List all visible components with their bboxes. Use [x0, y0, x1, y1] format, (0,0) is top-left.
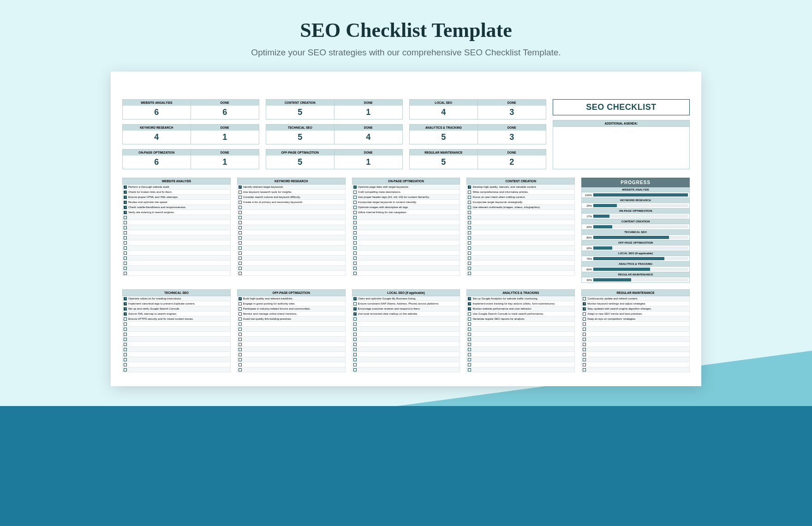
checkbox-icon[interactable]: [124, 262, 127, 265]
checkbox-icon[interactable]: [353, 196, 357, 199]
checkbox-icon[interactable]: [124, 236, 127, 239]
checkbox-icon[interactable]: [353, 221, 357, 224]
checkbox-icon[interactable]: [468, 317, 471, 321]
checkbox-icon[interactable]: [239, 196, 242, 199]
checkbox-icon[interactable]: [468, 323, 471, 326]
checkbox-icon[interactable]: [239, 312, 242, 316]
checkbox-icon[interactable]: [239, 368, 242, 371]
checkbox-icon[interactable]: [124, 211, 127, 214]
checkbox-icon[interactable]: [239, 317, 242, 321]
checkbox-icon[interactable]: [468, 328, 471, 331]
checkbox-icon[interactable]: [583, 307, 586, 311]
checkbox-icon[interactable]: [353, 368, 357, 371]
checkbox-icon[interactable]: [239, 297, 242, 300]
checkbox-icon[interactable]: [239, 338, 242, 341]
checkbox-icon[interactable]: [124, 307, 127, 311]
checkbox-icon[interactable]: [583, 368, 586, 371]
checkbox-icon[interactable]: [239, 267, 242, 270]
checkbox-icon[interactable]: [468, 343, 471, 346]
checkbox-icon[interactable]: [124, 343, 127, 346]
checkbox-icon[interactable]: [353, 363, 357, 366]
checkbox-icon[interactable]: [124, 297, 127, 300]
checkbox-icon[interactable]: [239, 323, 242, 326]
checkbox-icon[interactable]: [239, 302, 242, 305]
checkbox-icon[interactable]: [239, 272, 242, 275]
checkbox-icon[interactable]: [353, 191, 357, 194]
checkbox-icon[interactable]: [468, 262, 471, 265]
checkbox-icon[interactable]: [124, 302, 127, 305]
checkbox-icon[interactable]: [124, 272, 127, 275]
checkbox-icon[interactable]: [583, 317, 586, 321]
checkbox-icon[interactable]: [353, 333, 357, 336]
checkbox-icon[interactable]: [239, 307, 242, 311]
checkbox-icon[interactable]: [353, 257, 357, 260]
checkbox-icon[interactable]: [239, 241, 242, 245]
checkbox-icon[interactable]: [353, 338, 357, 341]
checkbox-icon[interactable]: [124, 363, 127, 366]
checkbox-icon[interactable]: [468, 272, 471, 275]
checkbox-icon[interactable]: [353, 206, 357, 209]
checkbox-icon[interactable]: [239, 206, 242, 209]
checkbox-icon[interactable]: [468, 363, 471, 366]
checkbox-icon[interactable]: [468, 221, 471, 224]
checkbox-icon[interactable]: [468, 241, 471, 245]
checkbox-icon[interactable]: [468, 338, 471, 341]
checkbox-icon[interactable]: [124, 216, 127, 219]
checkbox-icon[interactable]: [468, 312, 471, 316]
checkbox-icon[interactable]: [124, 221, 127, 224]
checkbox-icon[interactable]: [239, 185, 242, 189]
checkbox-icon[interactable]: [239, 226, 242, 229]
checkbox-icon[interactable]: [468, 246, 471, 250]
checkbox-icon[interactable]: [124, 231, 127, 234]
checkbox-icon[interactable]: [353, 272, 357, 275]
checkbox-icon[interactable]: [239, 363, 242, 366]
checkbox-icon[interactable]: [353, 251, 357, 255]
checkbox-icon[interactable]: [239, 257, 242, 260]
checkbox-icon[interactable]: [353, 226, 357, 229]
checkbox-icon[interactable]: [468, 231, 471, 234]
checkbox-icon[interactable]: [468, 191, 471, 194]
checkbox-icon[interactable]: [468, 353, 471, 356]
checkbox-icon[interactable]: [353, 358, 357, 361]
checkbox-icon[interactable]: [353, 317, 357, 321]
checkbox-icon[interactable]: [468, 307, 471, 311]
checkbox-icon[interactable]: [124, 267, 127, 270]
checkbox-icon[interactable]: [239, 333, 242, 336]
checkbox-icon[interactable]: [124, 353, 127, 356]
checkbox-icon[interactable]: [353, 216, 357, 219]
checkbox-icon[interactable]: [239, 348, 242, 351]
checkbox-icon[interactable]: [124, 206, 127, 209]
checkbox-icon[interactable]: [239, 246, 242, 250]
checkbox-icon[interactable]: [468, 251, 471, 255]
checkbox-icon[interactable]: [239, 201, 242, 204]
checkbox-icon[interactable]: [124, 333, 127, 336]
checkbox-icon[interactable]: [583, 312, 586, 316]
checkbox-icon[interactable]: [583, 348, 586, 351]
checkbox-icon[interactable]: [468, 297, 471, 300]
checkbox-icon[interactable]: [239, 221, 242, 224]
checkbox-icon[interactable]: [239, 262, 242, 265]
checkbox-icon[interactable]: [353, 231, 357, 234]
checkbox-icon[interactable]: [124, 185, 127, 189]
checkbox-icon[interactable]: [468, 226, 471, 229]
checkbox-icon[interactable]: [239, 211, 242, 214]
checkbox-icon[interactable]: [468, 348, 471, 351]
checkbox-icon[interactable]: [468, 216, 471, 219]
checkbox-icon[interactable]: [583, 358, 586, 361]
checkbox-icon[interactable]: [124, 358, 127, 361]
checkbox-icon[interactable]: [583, 343, 586, 346]
checkbox-icon[interactable]: [239, 353, 242, 356]
checkbox-icon[interactable]: [583, 338, 586, 341]
checkbox-icon[interactable]: [583, 297, 586, 300]
checkbox-icon[interactable]: [583, 328, 586, 331]
checkbox-icon[interactable]: [353, 328, 357, 331]
checkbox-icon[interactable]: [124, 312, 127, 316]
checkbox-icon[interactable]: [239, 343, 242, 346]
checkbox-icon[interactable]: [353, 307, 357, 311]
checkbox-icon[interactable]: [124, 348, 127, 351]
checkbox-icon[interactable]: [239, 231, 242, 234]
checkbox-icon[interactable]: [353, 262, 357, 265]
checkbox-icon[interactable]: [353, 241, 357, 245]
checkbox-icon[interactable]: [239, 328, 242, 331]
checkbox-icon[interactable]: [468, 196, 471, 199]
